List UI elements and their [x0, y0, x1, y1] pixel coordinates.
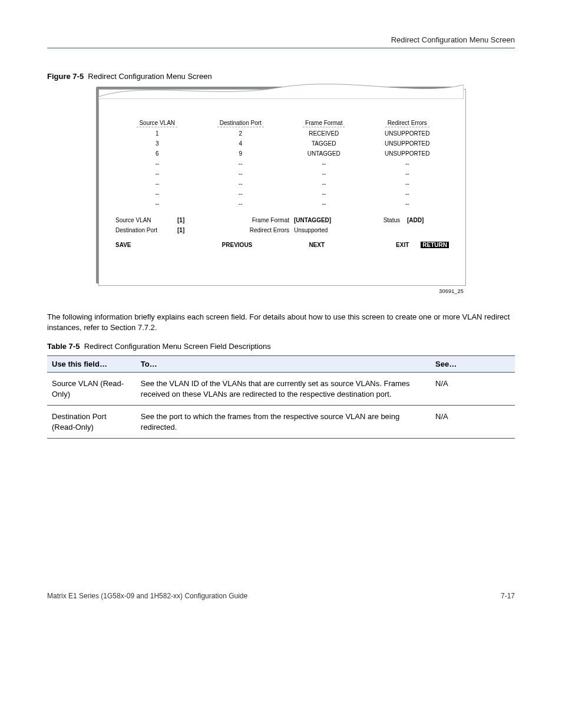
col-frame-format: Frame Format [282, 119, 366, 129]
figure-data-table: Source VLAN Destination Port Frame Forma… [115, 119, 449, 209]
save-button: SAVE [115, 242, 194, 248]
frame-format-label: Frame Format [230, 217, 294, 223]
th-to: To… [136, 356, 431, 373]
destination-port-label: Destination Port [115, 227, 177, 233]
table-row: -------- [115, 199, 449, 209]
redirect-errors-label: Redirect Errors [230, 227, 294, 233]
table-row: -------- [115, 169, 449, 179]
header-rule [47, 48, 515, 48]
cell-field: Source VLAN (Read-Only) [47, 373, 136, 406]
table-row: -------- [115, 189, 449, 199]
cell-see: N/A [431, 373, 515, 406]
previous-button: PREVIOUS [194, 242, 280, 248]
col-destination-port: Destination Port [199, 119, 283, 129]
table-title: Redirect Configuration Menu Screen Field… [84, 342, 271, 351]
return-button: RETURN [421, 242, 449, 248]
field-descriptions-table: Table 7-5 Redirect Configuration Menu Sc… [47, 342, 515, 439]
frame-format-value: [UNTAGGED] [294, 217, 331, 223]
footer-left: Matrix E1 Series (1G58x-09 and 1H582-xx)… [47, 592, 247, 600]
next-button: NEXT [280, 242, 353, 248]
table-row: 34TAGGEDUNSUPPORTED [115, 139, 449, 149]
cell-field: Destination Port (Read-Only) [47, 406, 136, 439]
table-caption: Table 7-5 Redirect Configuration Menu Sc… [47, 342, 515, 355]
status-value: [ADD] [407, 217, 424, 223]
table-row: 12RECEIVEDUNSUPPORTED [115, 129, 449, 139]
table-row: Source VLAN (Read-Only) See the VLAN ID … [47, 373, 515, 406]
source-vlan-label: Source VLAN [115, 217, 177, 223]
page-footer: Matrix E1 Series (1G58x-09 and 1H582-xx)… [47, 592, 515, 600]
cell-desc: See the port to which the frames from th… [136, 406, 431, 439]
th-see: See… [431, 356, 515, 373]
body-paragraph: The following information briefly explai… [47, 312, 515, 332]
source-vlan-value: [1] [177, 217, 184, 223]
table-row: 69UNTAGGEDUNSUPPORTED [115, 149, 449, 159]
table-row: Destination Port (Read-Only) See the por… [47, 406, 515, 439]
th-field: Use this field… [47, 356, 136, 373]
figure-label: Figure 7-5 [47, 72, 84, 81]
figure-title: Redirect Configuration Menu Screen [88, 72, 211, 81]
exit-button: EXIT [353, 242, 421, 248]
figure-button-row: SAVE PREVIOUS NEXT EXIT RETURN [115, 242, 449, 248]
figure-id: 30691_25 [98, 288, 464, 294]
page-header-right: Redirect Configuration Menu Screen [47, 35, 515, 44]
cell-desc: See the VLAN ID of the VLANs that are cu… [136, 373, 431, 406]
table-row: -------- [115, 159, 449, 169]
col-redirect-errors: Redirect Errors [366, 119, 449, 129]
footer-right: 7-17 [501, 592, 515, 600]
torn-edge-icon [98, 79, 464, 99]
table-row: -------- [115, 179, 449, 189]
figure-inputs: Source VLAN [1] Frame Format [UNTAGGED] … [115, 217, 449, 233]
cell-see: N/A [431, 406, 515, 439]
redirect-errors-value: Unsupported [294, 227, 359, 233]
table-label: Table 7-5 [47, 342, 80, 351]
figure: Source VLAN Destination Port Frame Forma… [98, 89, 464, 284]
col-source-vlan: Source VLAN [115, 119, 199, 129]
status-label: Status [359, 217, 407, 223]
destination-port-value: [1] [177, 227, 184, 233]
figure-caption: Figure 7-5 Redirect Configuration Menu S… [47, 72, 515, 81]
